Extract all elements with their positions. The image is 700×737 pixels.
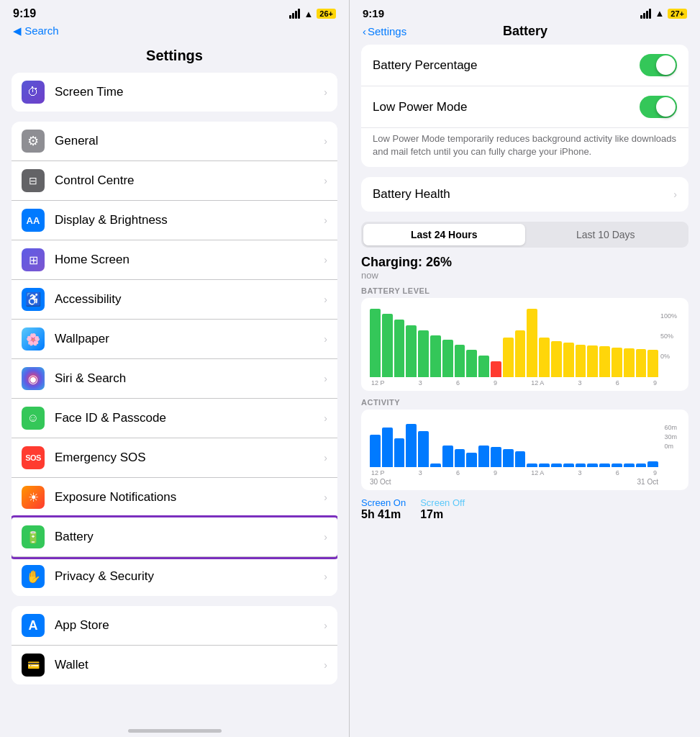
activity-bar	[599, 464, 610, 467]
settings-item-control[interactable]: ⊟ Control Centre ›	[12, 161, 337, 201]
x-labels: 12 P 3 6 9 12 A 3 6 9	[370, 379, 658, 386]
general-label: General	[55, 134, 324, 148]
battery-page-title: Battery	[406, 24, 644, 39]
settings-item-faceid[interactable]: ☺ Face ID & Passcode ›	[12, 399, 337, 438]
y-label: 0m	[664, 443, 677, 450]
battery-bars	[370, 305, 658, 377]
y-label: 30m	[664, 433, 677, 440]
settings-item-wallpaper[interactable]: 🌸 Wallpaper ›	[12, 320, 337, 359]
settings-item-sos[interactable]: SOS Emergency SOS ›	[12, 438, 337, 478]
back-label-left: ◀ Search	[13, 24, 59, 37]
activity-bar	[515, 451, 526, 467]
charging-info: Charging: 26% now	[361, 255, 688, 281]
x-label: 9	[494, 469, 497, 476]
accessibility-icon: ♿	[22, 288, 45, 311]
bar	[394, 320, 405, 377]
settings-item-wallet[interactable]: 💳 Wallet ›	[12, 646, 337, 684]
privacy-icon: ✋	[22, 565, 45, 588]
bottom-bar-left	[0, 717, 349, 737]
home-icon: ⊞	[22, 248, 45, 271]
y-label-0: 0%	[660, 353, 677, 360]
page-title-left: Settings	[0, 43, 349, 73]
battery-health-row[interactable]: Battery Health ›	[361, 177, 688, 212]
settings-item-home[interactable]: ⊞ Home Screen ›	[12, 240, 337, 280]
settings-item-privacy[interactable]: ✋ Privacy & Security ›	[12, 557, 337, 596]
back-button-right[interactable]: ‹ Settings	[363, 25, 406, 37]
settings-item-appstore[interactable]: A App Store ›	[12, 606, 337, 646]
chevron-icon: ›	[324, 452, 327, 464]
x-label: 6	[456, 469, 460, 476]
chevron-icon: ›	[324, 294, 327, 305]
x-label: 9	[653, 469, 657, 476]
display-icon: AA	[22, 209, 45, 232]
x-label: 12 P	[371, 379, 385, 386]
chevron-icon: ›	[324, 333, 327, 345]
x-label: 6	[616, 379, 619, 386]
x-label: 3	[578, 379, 582, 386]
low-power-label: Low Power Mode	[373, 100, 640, 114]
battery-percentage-label: Battery Percentage	[373, 58, 640, 73]
y-label-100: 100%	[660, 312, 677, 320]
battery-percentage-toggle[interactable]	[640, 54, 677, 76]
x-label: 12 A	[531, 469, 544, 476]
low-power-toggle[interactable]	[640, 96, 677, 118]
charging-title: Charging: 26%	[361, 255, 688, 270]
bar	[612, 348, 622, 377]
back-text-right: Settings	[368, 25, 406, 37]
settings-item-screen-time[interactable]: ⏱ Screen Time ›	[12, 73, 337, 112]
chevron-icon: ›	[324, 659, 327, 671]
faceid-icon: ☺	[22, 407, 45, 430]
activity-bar	[563, 464, 574, 467]
activity-bar	[636, 464, 647, 467]
tab-10d[interactable]: Last 10 Days	[525, 224, 687, 245]
activity-bar	[612, 464, 622, 467]
x-label: 3	[578, 469, 582, 476]
back-nav-left[interactable]: ◀ Search	[0, 23, 349, 43]
activity-bar	[491, 447, 501, 467]
bar	[503, 338, 514, 377]
chevron-icon: ›	[324, 571, 327, 582]
bar	[587, 345, 598, 377]
activity-bar	[406, 424, 417, 467]
bar	[624, 348, 635, 377]
x-label: 6	[616, 469, 619, 476]
settings-item-accessibility[interactable]: ♿ Accessibility ›	[12, 280, 337, 320]
activity-y-labels: 60m 30m 0m	[664, 424, 677, 450]
activity-bar	[624, 464, 635, 467]
bar	[491, 361, 501, 377]
activity-bar	[551, 464, 562, 467]
bar	[406, 325, 417, 377]
screen-off-label: Screen Off	[420, 497, 465, 508]
tab-24h[interactable]: Last 24 Hours	[363, 224, 525, 245]
bar	[382, 314, 393, 377]
activity-bar	[539, 464, 550, 467]
activity-bar	[382, 428, 393, 467]
wifi-icon: ▲	[304, 9, 313, 19]
settings-item-siri[interactable]: ◉ Siri & Search ›	[12, 359, 337, 399]
bar	[636, 349, 647, 377]
bar	[478, 356, 489, 377]
time-right: 9:19	[363, 7, 384, 19]
status-icons-left: ▲ 26+	[289, 9, 336, 19]
battery-level-section: BATTERY LEVEL	[361, 286, 688, 391]
store-group: A App Store › 💳 Wallet ›	[12, 606, 337, 684]
x-label: 9	[653, 379, 657, 386]
settings-item-exposure[interactable]: ☀ Exposure Notifications ›	[12, 478, 337, 517]
bar	[370, 309, 381, 377]
battery-health-chevron: ›	[673, 189, 677, 200]
x-label: 3	[419, 379, 422, 386]
display-label: Display & Brightness	[55, 213, 324, 227]
activity-chart: 60m 30m 0m 12 P 3 6 9 12 A 3 6 9 30 Oct	[361, 410, 688, 490]
appstore-icon: A	[22, 614, 45, 637]
settings-item-battery[interactable]: 🔋 Battery ›	[12, 517, 337, 557]
activity-bar	[503, 449, 514, 467]
x-label: 3	[419, 469, 422, 476]
bar	[442, 340, 453, 377]
activity-bar	[418, 431, 429, 467]
settings-item-general[interactable]: ⚙ General ›	[12, 122, 337, 161]
y-label-50: 50%	[660, 333, 677, 340]
faceid-label: Face ID & Passcode	[55, 411, 324, 425]
date-label-1: 30 Oct	[370, 478, 391, 486]
chevron-icon: ›	[324, 373, 327, 384]
settings-item-display[interactable]: AA Display & Brightness ›	[12, 201, 337, 240]
